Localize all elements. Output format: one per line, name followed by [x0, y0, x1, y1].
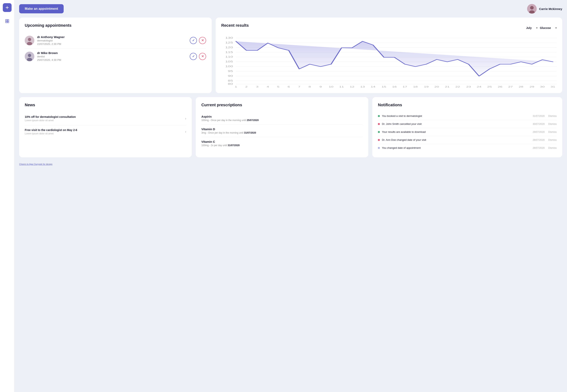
appointment-item-brown: dr Mike Brown dentist 25/07/2020, 4:30 P…	[25, 48, 206, 64]
svg-point-7	[530, 6, 534, 10]
appt-actions-brown: ✓ ✕	[190, 53, 206, 60]
news-item-1-title: Free visit to the cardiologist on May 2-…	[25, 128, 77, 132]
svg-text:11: 11	[339, 85, 344, 87]
chart-area: 130 125 120 115 110 105 100 95 90 85 80	[221, 36, 557, 87]
top-cards-row: Upcoming appointments dr Anthony Wagner …	[19, 17, 562, 93]
svg-text:13: 13	[360, 85, 365, 87]
news-item-1[interactable]: Free visit to the cardiologist on May 2-…	[25, 125, 186, 138]
svg-text:18: 18	[413, 85, 418, 87]
news-item-0-title: 10% off for dermatologist consultation	[25, 115, 76, 118]
svg-text:120: 120	[225, 46, 233, 49]
prescription-item-1: Vitamin D 3mg - Once per day in the morn…	[201, 125, 363, 137]
prescription-name-0: Aspirin	[201, 115, 363, 118]
user-name: Carrie Mckinney	[539, 7, 562, 11]
notif-text-0: You booked a visit to dermatologist	[382, 114, 531, 117]
svg-text:9: 9	[320, 85, 322, 87]
news-card: News 10% off for dermatologist consultat…	[19, 97, 192, 157]
doc-date-wagner: 22/07/2020, 2:30 PM	[37, 42, 187, 45]
svg-text:25: 25	[487, 85, 492, 87]
svg-text:10: 10	[329, 85, 333, 87]
svg-text:24: 24	[477, 85, 481, 87]
notif-dismiss-btn-1[interactable]: Dismiss	[548, 123, 557, 126]
make-appointment-button[interactable]: Make an appointment	[19, 4, 64, 13]
svg-text:26: 26	[498, 85, 502, 87]
notifications-title: Notifications	[378, 103, 557, 107]
prescription-detail-1: 3mg - Once per day in the morning until …	[201, 131, 363, 134]
notif-dismiss-btn-4[interactable]: Dismiss	[548, 147, 557, 149]
svg-text:22: 22	[455, 85, 460, 87]
footer: Cheers to Aga Ciurysek for design	[19, 161, 562, 167]
svg-text:31: 31	[551, 85, 555, 87]
recent-results-card: Recent results July Glucose	[216, 17, 562, 93]
upcoming-appointments-card: Upcoming appointments dr Anthony Wagner …	[19, 17, 212, 93]
metric-filter[interactable]: Glucose	[540, 26, 555, 29]
cancel-btn-wagner[interactable]: ✕	[199, 37, 206, 44]
confirm-btn-wagner[interactable]: ✓	[190, 37, 197, 44]
news-item-0[interactable]: 10% off for dermatologist consultation L…	[25, 112, 186, 125]
doc-avatar-wagner	[25, 36, 34, 45]
svg-text:6: 6	[288, 85, 290, 87]
doc-info-brown: dr Mike Brown dentist 25/07/2020, 4:30 P…	[37, 51, 187, 61]
prescription-detail-0: 100mg - Once per day in the morning unti…	[201, 119, 363, 122]
notif-text-2: Your results are available to download	[382, 130, 531, 133]
svg-text:16: 16	[392, 85, 397, 87]
svg-text:100: 100	[225, 65, 233, 68]
notif-dot-2	[378, 131, 380, 133]
notif-dot-3	[378, 139, 380, 141]
notification-item-2: Your results are available to download 2…	[378, 128, 557, 136]
news-item-1-desc: Lorem ipsum dolor sit amet	[25, 132, 77, 135]
svg-point-13	[28, 54, 31, 57]
month-filter-wrapper: July	[526, 26, 538, 29]
news-item-0-content: 10% off for dermatologist consultation L…	[25, 115, 76, 122]
prescription-item-0: Aspirin 100mg - Once per day in the morn…	[201, 112, 363, 125]
confirm-btn-brown[interactable]: ✓	[190, 53, 197, 60]
notification-item-0: You booked a visit to dermatologist 31/0…	[378, 112, 557, 120]
metric-filter-wrapper: Glucose	[540, 26, 557, 29]
sidebar-icon-plus[interactable]	[3, 3, 12, 12]
doc-avatar-brown	[25, 52, 34, 61]
svg-text:125: 125	[225, 41, 233, 44]
notif-dot-4	[378, 147, 380, 149]
notif-date-3: 28/07/2020	[533, 139, 545, 141]
sidebar-icon-grid[interactable]	[3, 17, 12, 26]
appointment-item: dr Anthony Wagner dermatologist 22/07/20…	[25, 32, 206, 48]
notif-dismiss-btn-0[interactable]: Dismiss	[548, 115, 557, 117]
prescriptions-title: Current prescriptions	[201, 103, 363, 107]
svg-rect-4	[5, 21, 7, 23]
notif-dismiss-btn-2[interactable]: Dismiss	[548, 131, 557, 133]
notif-dot-1	[378, 123, 380, 125]
svg-text:21: 21	[445, 85, 450, 87]
cancel-btn-brown[interactable]: ✕	[199, 53, 206, 60]
svg-point-10	[28, 38, 31, 41]
svg-rect-5	[7, 21, 9, 23]
prescription-detail-2: 100mg - 2x per day until 31/07/2020	[201, 144, 363, 147]
notif-date-4: 28/07/2020	[533, 147, 545, 149]
user-info: Carrie Mckinney	[527, 4, 562, 14]
svg-text:110: 110	[225, 56, 233, 58]
news-item-1-content: Free visit to the cardiologist on May 2-…	[25, 128, 77, 135]
bottom-cards-row: News 10% off for dermatologist consultat…	[19, 97, 562, 157]
month-filter[interactable]: July	[526, 26, 536, 29]
notif-date-1: 30/07/2020	[533, 123, 545, 126]
footer-link[interactable]: Cheers to Aga Ciurysek for design	[19, 163, 52, 165]
notifications-card: Notifications You booked a visit to derm…	[372, 97, 562, 157]
svg-text:80: 80	[228, 83, 233, 85]
svg-text:29: 29	[529, 85, 534, 87]
svg-text:14: 14	[371, 85, 375, 87]
svg-text:4: 4	[267, 85, 269, 87]
chart-header: Recent results July Glucose	[221, 23, 557, 32]
svg-text:90: 90	[228, 75, 233, 77]
svg-text:28: 28	[519, 85, 523, 87]
svg-text:7: 7	[298, 85, 300, 87]
svg-text:115: 115	[225, 51, 233, 54]
notif-text-4: You changed date of appointment	[382, 146, 531, 149]
doc-specialty-wagner: dermatologist	[37, 39, 187, 42]
svg-text:17: 17	[403, 85, 407, 87]
notification-item-4: You changed date of appointment 28/07/20…	[378, 144, 557, 152]
doc-name-wagner: dr Anthony Wagner	[37, 35, 187, 39]
notif-dismiss-btn-3[interactable]: Dismiss	[548, 139, 557, 141]
svg-text:8: 8	[309, 85, 311, 87]
svg-text:19: 19	[424, 85, 429, 87]
svg-text:5: 5	[277, 85, 279, 87]
svg-text:95: 95	[228, 70, 233, 72]
